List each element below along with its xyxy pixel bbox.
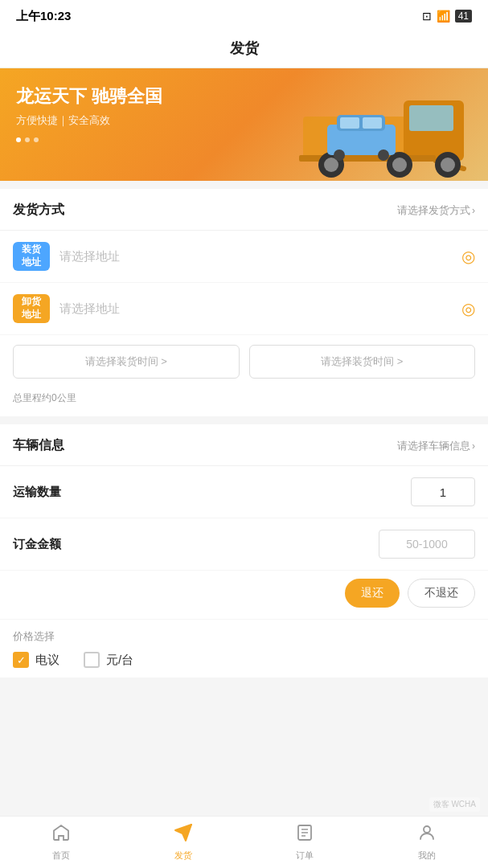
- nav-item-profile[interactable]: 我的: [366, 817, 488, 868]
- vehicle-info-action[interactable]: 请选择车辆信息 ›: [397, 439, 475, 453]
- vehicle-chevron-icon: ›: [472, 440, 475, 452]
- svg-point-8: [392, 158, 407, 172]
- page-header: 发货: [0, 32, 488, 68]
- vehicle-info-header[interactable]: 车辆信息 请选择车辆信息 ›: [0, 424, 488, 466]
- truck-illustration: [279, 76, 488, 181]
- transport-count-value[interactable]: 1: [411, 477, 475, 506]
- watermark: 微客 WCHA: [429, 797, 480, 812]
- wifi-icon: 📶: [437, 10, 450, 23]
- svg-rect-14: [363, 117, 382, 129]
- no-return-deposit-button[interactable]: 不退还: [408, 579, 475, 608]
- vehicle-info-label: 车辆信息: [13, 437, 64, 454]
- status-icons: ⊡ 📶 41: [422, 10, 472, 23]
- status-time: 上午10:23: [16, 9, 71, 24]
- main-content: 发货方式 请选择发货方式 › 装货地址 请选择地址 ◎ 卸货地址 请选择地址 ◎: [0, 189, 488, 678]
- svg-rect-13: [340, 117, 359, 129]
- dot-1: [16, 137, 21, 142]
- price-option-per-unit[interactable]: 元/台: [84, 652, 133, 668]
- deposit-label: 订金金额: [13, 537, 379, 552]
- svg-point-21: [424, 826, 430, 833]
- load-address-text: 请选择地址: [59, 249, 452, 264]
- svg-rect-2: [409, 105, 453, 131]
- page-title: 发货: [230, 40, 259, 56]
- load-address-row[interactable]: 装货地址 请选择地址 ◎: [0, 231, 488, 283]
- transport-count-label: 运输数量: [13, 485, 411, 500]
- time-selectors-row: 请选择装货时间 > 请选择装货时间 >: [0, 335, 488, 388]
- chevron-icon: ›: [472, 205, 475, 216]
- shipping-method-label: 发货方式: [13, 202, 64, 219]
- battery-icon: 41: [455, 10, 472, 23]
- svg-point-10: [441, 158, 455, 172]
- nav-label-home: 首页: [52, 850, 70, 862]
- banner: 龙运天下 驰骋全国 方便快捷｜安全高效: [0, 68, 488, 181]
- time-selector-2[interactable]: 请选择装货时间 >: [249, 345, 476, 379]
- price-option-negotiate[interactable]: ✓ 电议: [13, 652, 59, 668]
- send-icon: [174, 823, 193, 847]
- home-icon: [51, 823, 71, 847]
- svg-point-15: [334, 149, 345, 161]
- mileage-row: 总里程约0公里: [0, 388, 488, 416]
- price-selection-label: 价格选择: [13, 629, 475, 644]
- load-address-badge: 装货地址: [13, 242, 50, 271]
- unload-address-badge: 卸货地址: [13, 294, 50, 323]
- profile-icon: [417, 823, 437, 847]
- price-selection-section: 价格选择 ✓ 电议 元/台: [0, 620, 488, 678]
- deposit-input[interactable]: 50-1000: [379, 530, 475, 559]
- transport-count-row: 运输数量 1: [0, 466, 488, 518]
- status-bar: 上午10:23 ⊡ 📶 41: [0, 0, 488, 32]
- nav-label-order: 订单: [296, 850, 314, 862]
- dot-2: [25, 137, 30, 142]
- nav-item-home[interactable]: 首页: [0, 817, 122, 868]
- unload-address-text: 请选择地址: [59, 301, 452, 317]
- per-unit-checkbox[interactable]: [84, 652, 100, 668]
- mileage-text: 总里程约0公里: [13, 392, 76, 403]
- nav-label-profile: 我的: [418, 850, 436, 862]
- shipping-method-header[interactable]: 发货方式 请选择发货方式 ›: [0, 189, 488, 231]
- unload-address-row[interactable]: 卸货地址 请选择地址 ◎: [0, 283, 488, 335]
- unload-location-icon: ◎: [461, 299, 475, 318]
- nav-label-send: 发货: [174, 850, 192, 862]
- negotiate-label: 电议: [35, 653, 59, 668]
- svg-point-16: [378, 149, 389, 161]
- deposit-amount-row: 订金金额 50-1000: [0, 518, 488, 571]
- dot-3: [34, 137, 39, 142]
- shipping-method-card: 发货方式 请选择发货方式 › 装货地址 请选择地址 ◎ 卸货地址 请选择地址 ◎: [0, 189, 488, 416]
- bottom-nav: 首页 发货 订单 我的: [0, 816, 488, 868]
- vehicle-info-card: 车辆信息 请选择车辆信息 › 运输数量 1 订金金额 50-1000: [0, 424, 488, 678]
- time-selector-1[interactable]: 请选择装货时间 >: [13, 345, 240, 379]
- price-options: ✓ 电议 元/台: [13, 652, 475, 668]
- nav-item-send[interactable]: 发货: [122, 817, 244, 868]
- load-location-icon: ◎: [461, 247, 475, 266]
- return-deposit-button[interactable]: 退还: [345, 579, 400, 608]
- negotiate-checkbox[interactable]: ✓: [13, 652, 29, 668]
- deposit-buttons-row: 退还 不退还: [0, 571, 488, 620]
- screen-record-icon: ⊡: [422, 10, 432, 23]
- shipping-method-action[interactable]: 请选择发货方式 ›: [397, 203, 475, 218]
- order-icon: [295, 823, 314, 847]
- per-unit-label: 元/台: [106, 653, 133, 668]
- nav-item-order[interactable]: 订单: [244, 817, 367, 868]
